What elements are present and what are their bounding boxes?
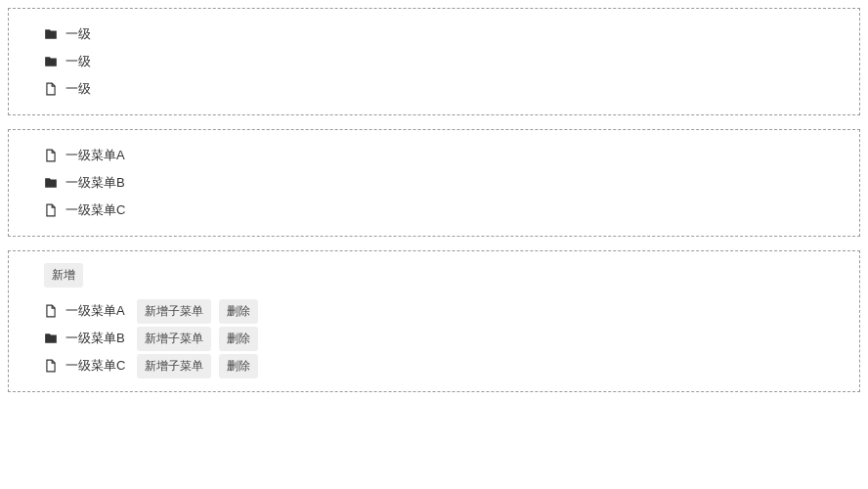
file-icon — [44, 203, 58, 217]
file-icon — [44, 149, 58, 162]
delete-button[interactable]: 删除 — [219, 354, 258, 378]
tree-item-label: 一级 — [65, 80, 91, 98]
tree-item-label: 一级菜单B — [65, 330, 125, 347]
tree-item[interactable]: 一级 — [44, 48, 851, 75]
tree-item-actions: 新增子菜单 删除 — [137, 299, 258, 324]
tree-item[interactable]: 一级菜单C 新增子菜单 删除 — [44, 352, 851, 379]
panel-2: 一级菜单A 一级菜单B 一级菜单C — [8, 129, 860, 237]
delete-button[interactable]: 删除 — [219, 299, 258, 324]
tree-item[interactable]: 一级 — [44, 21, 851, 48]
tree-item-label: 一级 — [65, 53, 91, 70]
tree-item-label: 一级 — [65, 25, 91, 43]
tree-item-label: 一级菜单C — [65, 357, 125, 375]
toolbar: 新增 — [44, 263, 851, 288]
tree-item-actions: 新增子菜单 删除 — [137, 354, 258, 378]
tree-item-label: 一级菜单C — [65, 201, 125, 219]
file-icon — [44, 82, 58, 96]
tree-item-label: 一级菜单A — [65, 302, 125, 320]
tree-item[interactable]: 一级菜单A 新增子菜单 删除 — [44, 297, 851, 325]
file-icon — [44, 359, 58, 373]
add-child-button[interactable]: 新增子菜单 — [137, 299, 211, 324]
tree-item[interactable]: 一级菜单B 新增子菜单 删除 — [44, 325, 851, 352]
tree-item[interactable]: 一级菜单C — [44, 197, 851, 224]
add-child-button[interactable]: 新增子菜单 — [137, 354, 211, 378]
tree-item[interactable]: 一级菜单A — [44, 142, 851, 169]
folder-icon — [44, 176, 58, 190]
file-icon — [44, 304, 58, 318]
add-child-button[interactable]: 新增子菜单 — [137, 327, 211, 351]
folder-icon — [44, 332, 58, 345]
panel-1: 一级 一级 一级 — [8, 8, 860, 115]
tree-item-label: 一级菜单B — [65, 174, 125, 192]
add-button[interactable]: 新增 — [44, 263, 83, 288]
tree-item-label: 一级菜单A — [65, 147, 125, 164]
tree-item[interactable]: 一级 — [44, 75, 851, 103]
delete-button[interactable]: 删除 — [219, 327, 258, 351]
panel-3: 新增 一级菜单A 新增子菜单 删除 一级菜单B 新增子菜单 删除 一级菜单C 新… — [8, 250, 860, 392]
tree-item-actions: 新增子菜单 删除 — [137, 327, 258, 351]
folder-icon — [44, 55, 58, 68]
tree-item[interactable]: 一级菜单B — [44, 169, 851, 197]
folder-icon — [44, 27, 58, 41]
